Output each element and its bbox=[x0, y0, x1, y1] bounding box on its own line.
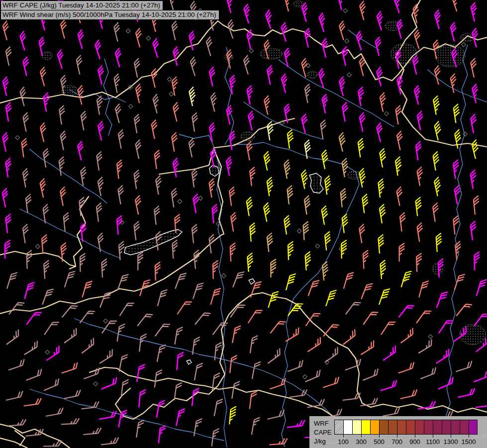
legend-tick-label: 1500 bbox=[462, 438, 476, 446]
map-title-wind-shear: WRF Wind shear (m/s) 500/1000hPa Tuesday… bbox=[0, 10, 219, 20]
legend-tick-label: 300 bbox=[356, 438, 367, 446]
legend-tick-mark bbox=[361, 435, 362, 438]
legend-tick-mark bbox=[433, 435, 433, 438]
city-area bbox=[42, 52, 52, 60]
legend-swatch bbox=[424, 420, 433, 435]
legend-swatch bbox=[460, 420, 469, 435]
city-area bbox=[348, 171, 361, 179]
legend-tick-label: 1300 bbox=[444, 438, 458, 446]
legend-swatch bbox=[469, 420, 478, 435]
map-canvas bbox=[0, 0, 487, 448]
legend-swatch bbox=[451, 420, 460, 435]
legend-swatch bbox=[370, 420, 379, 435]
legend-tick-mark bbox=[343, 435, 344, 438]
city-area bbox=[293, 1, 303, 7]
map-background bbox=[0, 0, 487, 448]
legend-swatch bbox=[352, 420, 361, 435]
legend-swatch bbox=[442, 420, 451, 435]
city-area bbox=[260, 48, 282, 59]
legend-swatch bbox=[334, 420, 343, 435]
city-area bbox=[435, 45, 465, 67]
legend-swatch bbox=[433, 420, 442, 435]
legend-tick-label: 100 bbox=[338, 438, 349, 446]
legend-swatch bbox=[343, 420, 352, 435]
legend-tick-label: 900 bbox=[409, 438, 420, 446]
legend-swatch bbox=[379, 420, 388, 435]
legend-tick-mark bbox=[397, 435, 397, 438]
legend-tick-label: 500 bbox=[374, 438, 385, 446]
legend-tick-mark bbox=[379, 435, 380, 438]
legend-tick-label: 1100 bbox=[426, 438, 440, 446]
city-area bbox=[241, 132, 255, 141]
legend-label-unit: J/kg bbox=[314, 438, 326, 445]
legend-tick-mark bbox=[415, 435, 415, 438]
legend-swatch bbox=[388, 420, 397, 435]
legend-swatch bbox=[397, 420, 406, 435]
legend-tick-mark bbox=[451, 435, 451, 438]
weather-map-screen: WRF CAPE (J/kg) Tuesday 14-10-2025 21:00… bbox=[0, 0, 487, 448]
legend-label-cape: CAPE bbox=[314, 429, 331, 436]
legend-swatch bbox=[361, 420, 370, 435]
map-title-cape: WRF CAPE (J/kg) Tuesday 14-10-2025 21:00… bbox=[0, 0, 163, 10]
legend-label-wrf: WRF bbox=[314, 420, 329, 427]
legend-swatch bbox=[406, 420, 415, 435]
city-area bbox=[307, 71, 317, 78]
legend-tick-label: 700 bbox=[391, 438, 402, 446]
legend-color-bar bbox=[334, 420, 478, 435]
legend-tick-mark bbox=[469, 435, 469, 438]
legend-swatch bbox=[415, 420, 424, 435]
cape-legend: WRF CAPE J/kg 10030050070090011001300150… bbox=[309, 416, 487, 448]
